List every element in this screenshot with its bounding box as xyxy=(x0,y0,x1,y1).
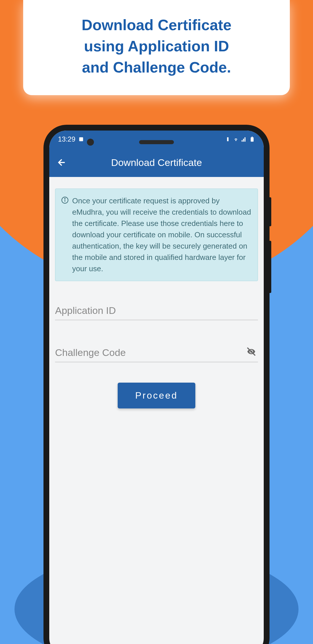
info-box: Once your certificate request is approve… xyxy=(55,189,258,281)
phone-side-button-2 xyxy=(270,241,271,293)
promo-line-2: using Application ID xyxy=(84,38,229,55)
phone-side-button-1 xyxy=(270,197,271,226)
app-bar-title: Download Certificate xyxy=(67,157,246,168)
application-id-input[interactable] xyxy=(55,301,258,320)
svg-point-5 xyxy=(65,198,65,199)
promo-line-1: Download Certificate xyxy=(81,17,231,33)
challenge-code-input[interactable] xyxy=(55,343,258,362)
info-text: Once your certificate request is approve… xyxy=(72,195,252,274)
promo-title: Download Certificate using Application I… xyxy=(35,15,278,78)
promo-line-3: and Challenge Code. xyxy=(82,59,231,76)
challenge-code-group xyxy=(55,343,258,362)
promo-card: Download Certificate using Application I… xyxy=(23,0,290,95)
proceed-button[interactable]: Proceed xyxy=(118,383,195,408)
back-arrow-icon[interactable] xyxy=(57,157,67,168)
phone-camera xyxy=(87,139,94,146)
content-area: Once your certificate request is approve… xyxy=(49,177,264,420)
application-id-group xyxy=(55,301,258,320)
phone-speaker xyxy=(139,140,174,144)
phone-frame: 13:29 xyxy=(43,125,270,644)
phone-screen: 13:29 xyxy=(49,131,264,644)
visibility-toggle-icon[interactable] xyxy=(246,346,256,357)
phone-notch xyxy=(49,131,264,154)
info-icon xyxy=(61,196,69,204)
